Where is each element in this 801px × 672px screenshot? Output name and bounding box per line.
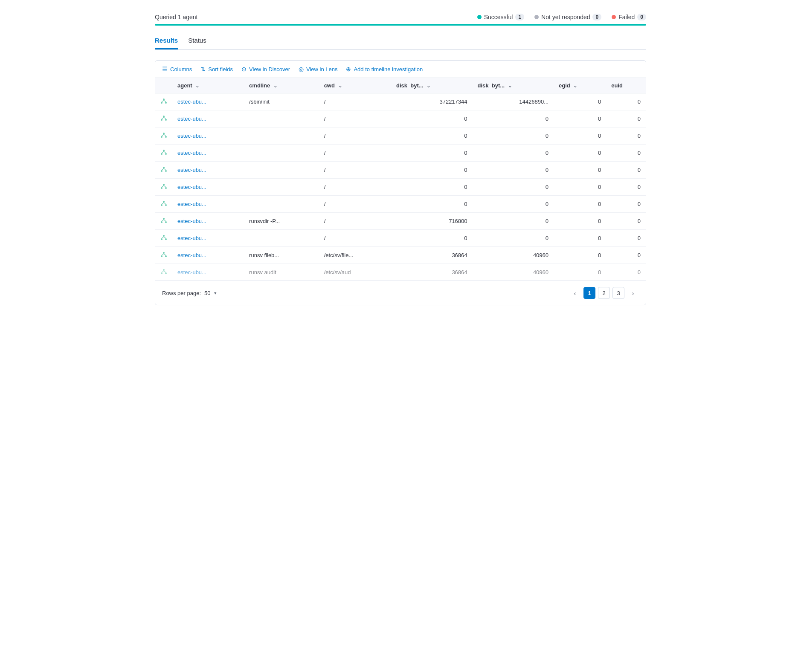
table-footer: Rows per page: 50 ▾ ‹ 1 2 3 › <box>155 281 646 305</box>
svg-line-14 <box>164 134 166 136</box>
node-icon <box>160 166 167 173</box>
rows-per-page[interactable]: Rows per page: 50 ▾ <box>162 290 217 296</box>
row-agent[interactable]: estec-ubu... <box>172 145 244 162</box>
row-disk-read: 0 <box>391 162 473 179</box>
view-discover-button[interactable]: ⊙ View in Discover <box>241 66 290 72</box>
row-cmdline: /sbin/init <box>244 93 319 110</box>
success-label: Successful <box>484 14 513 20</box>
th-agent[interactable]: agent ⌄ <box>172 78 244 93</box>
page-1-button[interactable]: 1 <box>583 287 595 299</box>
row-agent[interactable]: estec-ubu... <box>172 213 244 230</box>
row-cwd: /etc/sv/file... <box>319 247 391 264</box>
status-pending: Not yet responded 0 <box>534 14 601 20</box>
pending-label: Not yet responded <box>541 14 590 20</box>
row-egid: 0 <box>554 145 606 162</box>
node-icon <box>160 132 167 139</box>
node-icon <box>160 268 167 275</box>
row-euid: 0 <box>606 145 646 162</box>
svg-point-31 <box>161 204 163 206</box>
svg-point-46 <box>161 255 163 257</box>
table-row: estec-ubu.../sbin/init/37221734414426890… <box>155 93 646 110</box>
row-egid: 0 <box>554 247 606 264</box>
cmdline-sort-icon[interactable]: ⌄ <box>273 83 277 89</box>
page-2-button[interactable]: 2 <box>598 287 610 299</box>
row-icon-cell <box>155 127 172 145</box>
th-cwd[interactable]: cwd ⌄ <box>319 78 391 93</box>
row-cmdline <box>244 162 319 179</box>
pagination: ‹ 1 2 3 › <box>569 287 639 299</box>
row-agent[interactable]: estec-ubu... <box>172 127 244 145</box>
svg-line-19 <box>164 151 166 153</box>
prev-page-button[interactable]: ‹ <box>569 287 581 299</box>
status-successful: Successful 1 <box>477 14 524 20</box>
disk-write-sort-icon[interactable]: ⌄ <box>508 83 512 89</box>
egid-sort-icon[interactable]: ⌄ <box>573 83 577 89</box>
node-icon <box>160 98 167 104</box>
row-euid: 0 <box>606 179 646 196</box>
svg-point-50 <box>163 269 165 271</box>
th-icon <box>155 78 172 93</box>
header-bar: Queried 1 agent Successful 1 Not yet res… <box>155 9 646 24</box>
th-disk-write-label: disk_byt... <box>478 82 505 89</box>
main-container: Queried 1 agent Successful 1 Not yet res… <box>145 0 656 314</box>
rows-per-page-label: Rows per page: <box>162 290 201 296</box>
success-count: 1 <box>515 14 524 20</box>
rows-chevron-icon: ▾ <box>214 290 217 296</box>
page-3-button[interactable]: 3 <box>612 287 624 299</box>
row-disk-write: 40960 <box>473 264 554 281</box>
row-icon-cell <box>155 93 172 110</box>
row-disk-read: 0 <box>391 110 473 127</box>
rows-per-page-value: 50 <box>204 290 210 296</box>
row-agent[interactable]: estec-ubu... <box>172 110 244 127</box>
table-scroll-area[interactable]: agent ⌄ cmdline ⌄ cwd ⌄ disk_byt... <box>155 78 646 281</box>
row-agent[interactable]: estec-ubu... <box>172 247 244 264</box>
row-agent[interactable]: estec-ubu... <box>172 162 244 179</box>
cwd-sort-icon[interactable]: ⌄ <box>338 83 342 89</box>
svg-point-21 <box>161 170 163 172</box>
row-agent[interactable]: estec-ubu... <box>172 179 244 196</box>
row-agent[interactable]: estec-ubu... <box>172 196 244 213</box>
svg-point-35 <box>163 218 165 220</box>
svg-line-18 <box>162 151 164 153</box>
th-egid-label: egid <box>559 82 570 89</box>
svg-point-45 <box>163 252 165 254</box>
row-agent[interactable]: estec-ubu... <box>172 93 244 110</box>
th-egid[interactable]: egid ⌄ <box>554 78 606 93</box>
th-disk-read[interactable]: disk_byt... ⌄ <box>391 78 473 93</box>
svg-line-38 <box>162 220 164 221</box>
view-lens-label: View in Lens <box>306 66 337 72</box>
next-page-button[interactable]: › <box>627 287 639 299</box>
add-timeline-label: Add to timeline investigation <box>354 66 423 72</box>
svg-point-11 <box>161 136 163 138</box>
row-icon-cell <box>155 213 172 230</box>
agent-sort-icon[interactable]: ⌄ <box>195 83 199 89</box>
th-disk-write[interactable]: disk_byt... ⌄ <box>473 78 554 93</box>
disk-read-sort-icon[interactable]: ⌄ <box>427 83 430 89</box>
table-body: estec-ubu.../sbin/init/37221734414426890… <box>155 93 646 281</box>
svg-line-33 <box>162 203 164 204</box>
th-euid-label: euid <box>611 82 623 89</box>
svg-point-36 <box>161 221 163 223</box>
row-agent[interactable]: estec-ubu... <box>172 230 244 247</box>
th-cmdline-label: cmdline <box>249 82 270 89</box>
columns-button[interactable]: ☰ Columns <box>162 66 192 72</box>
view-lens-button[interactable]: ◎ View in Lens <box>299 66 337 72</box>
svg-line-34 <box>164 203 166 204</box>
sort-fields-button[interactable]: ⇅ Sort fields <box>200 66 233 72</box>
add-timeline-button[interactable]: ⊕ Add to timeline investigation <box>346 66 423 72</box>
row-cmdline <box>244 196 319 213</box>
th-cmdline[interactable]: cmdline ⌄ <box>244 78 319 93</box>
node-icon <box>160 183 167 190</box>
node-icon <box>160 251 167 258</box>
row-cwd: / <box>319 196 391 213</box>
tab-status[interactable]: Status <box>188 32 206 49</box>
row-icon-cell <box>155 145 172 162</box>
svg-point-30 <box>163 201 165 203</box>
row-agent[interactable]: estec-ubu... <box>172 264 244 281</box>
row-disk-write: 0 <box>473 213 554 230</box>
row-disk-write: 0 <box>473 110 554 127</box>
svg-line-23 <box>162 168 164 170</box>
row-cwd: / <box>319 179 391 196</box>
row-disk-read: 36864 <box>391 264 473 281</box>
tab-results[interactable]: Results <box>155 32 178 49</box>
